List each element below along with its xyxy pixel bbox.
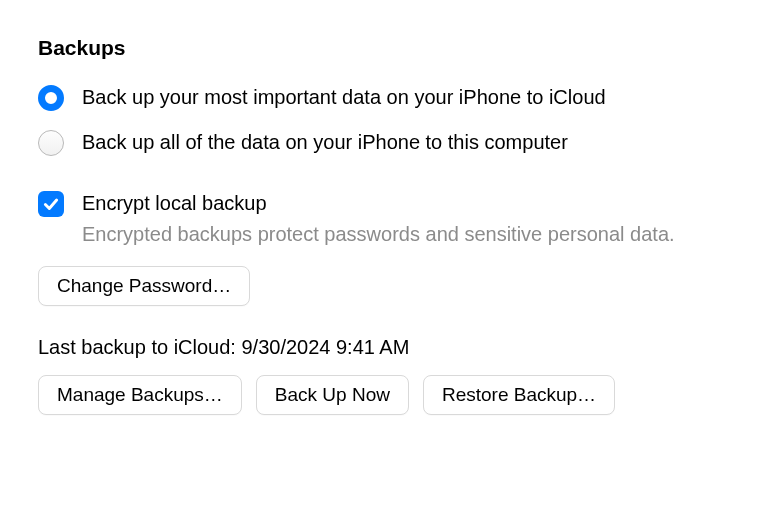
- restore-backup-button[interactable]: Restore Backup…: [423, 375, 615, 415]
- back-up-now-button[interactable]: Back Up Now: [256, 375, 409, 415]
- backup-option-icloud[interactable]: Back up your most important data on your…: [38, 84, 726, 111]
- encrypt-description: Encrypted backups protect passwords and …: [82, 221, 675, 248]
- last-backup-status: Last backup to iCloud: 9/30/2024 9:41 AM: [38, 334, 726, 361]
- manage-backups-button[interactable]: Manage Backups…: [38, 375, 242, 415]
- change-password-button[interactable]: Change Password…: [38, 266, 250, 306]
- encrypt-label: Encrypt local backup: [82, 190, 675, 217]
- section-title-backups: Backups: [38, 34, 726, 62]
- checkbox-checked-icon: [38, 191, 64, 217]
- backup-option-local-label: Back up all of the data on your iPhone t…: [82, 129, 568, 156]
- backup-option-local[interactable]: Back up all of the data on your iPhone t…: [38, 129, 726, 156]
- radio-unselected-icon: [38, 130, 64, 156]
- backup-option-icloud-label: Back up your most important data on your…: [82, 84, 606, 111]
- encrypt-local-backup[interactable]: Encrypt local backup Encrypted backups p…: [38, 190, 726, 248]
- radio-selected-icon: [38, 85, 64, 111]
